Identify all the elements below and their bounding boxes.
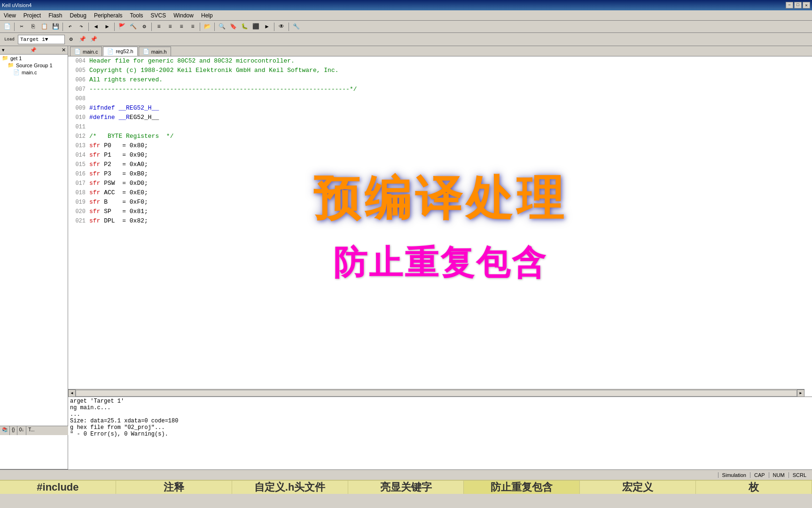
run-btn[interactable]: ▶ bbox=[262, 22, 272, 32]
sidebar-tab-books[interactable]: 📚 bbox=[0, 426, 10, 435]
copy-button[interactable]: ⎘ bbox=[28, 22, 38, 32]
status-cap: CAP bbox=[750, 472, 769, 478]
menu-debug[interactable]: Debug bbox=[66, 10, 90, 20]
sidebar-item-mainc[interactable]: 📄 main.c bbox=[0, 69, 68, 76]
redo-button[interactable]: ↷ bbox=[76, 22, 86, 32]
menu-project[interactable]: Project bbox=[20, 10, 45, 20]
status-num: NUM bbox=[769, 472, 789, 478]
load-btn[interactable]: Load bbox=[2, 34, 17, 45]
pin1-btn[interactable]: 📌 bbox=[77, 34, 87, 45]
bookmark-btn[interactable]: 🔖 bbox=[228, 22, 238, 32]
line-num-017: 017 bbox=[68, 179, 89, 188]
window-controls: − □ ✕ bbox=[786, 2, 810, 8]
main-area: ▾ 📌 ✕ 📁 get 1 📁 Source Group 1 📄 main.c … bbox=[0, 46, 812, 469]
target-dropdown[interactable]: Target 1 ▼ bbox=[18, 35, 65, 44]
sidebar-item-target[interactable]: 📁 get 1 bbox=[0, 55, 68, 62]
pin2-btn[interactable]: 📌 bbox=[88, 34, 99, 45]
bottom-tab-include[interactable]: #include bbox=[0, 481, 116, 494]
scroll-left-btn[interactable]: ◀ bbox=[68, 389, 76, 397]
line-num-009: 009 bbox=[68, 103, 89, 113]
line-num-013: 013 bbox=[68, 141, 89, 151]
rebuild-button[interactable]: ⚙ bbox=[139, 22, 149, 32]
sep8 bbox=[274, 23, 274, 31]
bottom-tab-highlight[interactable]: 亮显关键字 bbox=[348, 481, 464, 494]
line-num-010: 010 bbox=[68, 113, 89, 122]
code-line-009: 009 #ifndef __REG52_H__ bbox=[68, 103, 812, 113]
target-settings-btn[interactable]: ⚙ bbox=[66, 34, 76, 45]
compile-button[interactable]: 🔨 bbox=[128, 22, 138, 32]
code-line-021: 021 sfr DPL = 0x82; bbox=[68, 216, 812, 226]
line-num-020: 020 bbox=[68, 207, 89, 216]
align-btn3[interactable]: ≡ bbox=[176, 22, 187, 32]
close-button[interactable]: ✕ bbox=[803, 2, 810, 8]
tab-mainh[interactable]: 📄 main.h bbox=[139, 47, 171, 56]
bottom-tab-comment[interactable]: 注释 bbox=[116, 481, 232, 494]
tab-reg52h[interactable]: 📄 reg52.h bbox=[103, 47, 137, 56]
tab-mainc-icon: 📄 bbox=[74, 48, 81, 55]
scroll-right-btn[interactable]: ▶ bbox=[797, 389, 804, 397]
tab-mainc[interactable]: 📄 main.c bbox=[70, 47, 102, 56]
menu-tools[interactable]: Tools bbox=[126, 10, 147, 20]
line-num-021: 021 bbox=[68, 216, 89, 226]
menu-svcs[interactable]: SVCS bbox=[147, 10, 170, 20]
bottom-tab-prevent[interactable]: 防止重复包含 bbox=[464, 481, 580, 494]
paste-button[interactable]: 📋 bbox=[39, 22, 49, 32]
source-group-label: Source Group 1 bbox=[16, 63, 53, 68]
settings-btn[interactable]: 🔧 bbox=[291, 22, 301, 32]
line-code-010: #define __REG52_H__ bbox=[89, 113, 812, 122]
line-code-007: ----------------------------------------… bbox=[89, 85, 812, 94]
code-line-017: 017 sfr PSW = 0xD0; bbox=[68, 179, 812, 188]
sidebar-tab-t[interactable]: T... bbox=[26, 426, 36, 435]
code-editor[interactable]: 004 Header file for generic 80C52 and 80… bbox=[68, 56, 812, 397]
sep4 bbox=[114, 23, 115, 31]
build-button[interactable]: 🚩 bbox=[117, 22, 127, 32]
sidebar-collapse-icon[interactable]: ▾ bbox=[2, 47, 5, 53]
line-code-011 bbox=[89, 122, 812, 132]
line-code-013: sfr P0 = 0x80; bbox=[89, 141, 812, 151]
menu-window[interactable]: Window bbox=[170, 10, 197, 20]
code-line-019: 019 sfr B = 0xF0; bbox=[68, 198, 812, 207]
sidebar-item-source-group[interactable]: 📁 Source Group 1 bbox=[0, 62, 68, 69]
undo-button[interactable]: ↶ bbox=[65, 22, 75, 32]
line-num-018: 018 bbox=[68, 188, 89, 198]
line-code-014: sfr P1 = 0x90; bbox=[89, 151, 812, 160]
folder-icon2: 📁 bbox=[8, 62, 14, 68]
file-icon: 📄 bbox=[13, 69, 20, 75]
sidebar-close-icon[interactable]: ✕ bbox=[62, 47, 66, 53]
menu-help[interactable]: Help bbox=[197, 10, 217, 20]
sep1 bbox=[14, 23, 15, 31]
cut-button[interactable]: ✂ bbox=[16, 22, 27, 32]
open-file-button[interactable]: 📂 bbox=[202, 22, 212, 32]
scrollbar-horizontal[interactable]: ◀ ▶ bbox=[68, 389, 804, 397]
sidebar-tab-braces[interactable]: {} bbox=[10, 426, 17, 435]
search-btn[interactable]: 🔍 bbox=[217, 22, 227, 32]
forward-button[interactable]: ▶ bbox=[102, 22, 112, 32]
bottom-tab-macro[interactable]: 宏定义 bbox=[580, 481, 696, 494]
status-bar: Simulation CAP NUM SCRL bbox=[0, 469, 812, 480]
stop-btn[interactable]: ⬛ bbox=[250, 22, 261, 32]
bottom-tab-header[interactable]: 自定义.h头文件 bbox=[232, 481, 348, 494]
menu-peripherals[interactable]: Peripherals bbox=[90, 10, 126, 20]
save-button[interactable]: 💾 bbox=[50, 22, 61, 32]
code-line-008: 008 bbox=[68, 94, 812, 103]
back-button[interactable]: ◀ bbox=[91, 22, 101, 32]
bottom-tab-enum[interactable]: 枚 bbox=[696, 481, 812, 494]
maximize-button[interactable]: □ bbox=[794, 2, 802, 8]
line-num-014: 014 bbox=[68, 151, 89, 160]
sidebar-tab-func[interactable]: 0↓ bbox=[17, 426, 27, 435]
menu-view[interactable]: View bbox=[0, 10, 20, 20]
align-btn1[interactable]: ≡ bbox=[154, 22, 164, 32]
minimize-button[interactable]: − bbox=[786, 2, 793, 8]
align-btn2[interactable]: ≡ bbox=[165, 22, 175, 32]
tab-reg52h-icon: 📄 bbox=[107, 48, 114, 55]
line-num-005: 005 bbox=[68, 66, 89, 75]
line-code-020: sfr SP = 0x81; bbox=[89, 207, 812, 216]
debug-btn[interactable]: 🐛 bbox=[239, 22, 250, 32]
view-btn[interactable]: 👁 bbox=[276, 22, 287, 32]
sidebar-header: ▾ 📌 ✕ bbox=[0, 46, 68, 55]
sidebar-pin-icon[interactable]: 📌 bbox=[30, 47, 37, 53]
align-btn4[interactable]: ≡ bbox=[187, 22, 198, 32]
menu-flash[interactable]: Flash bbox=[45, 10, 66, 20]
new-file-button[interactable]: 📄 bbox=[2, 22, 12, 32]
code-line-015: 015 sfr P2 = 0xA0; bbox=[68, 160, 812, 169]
